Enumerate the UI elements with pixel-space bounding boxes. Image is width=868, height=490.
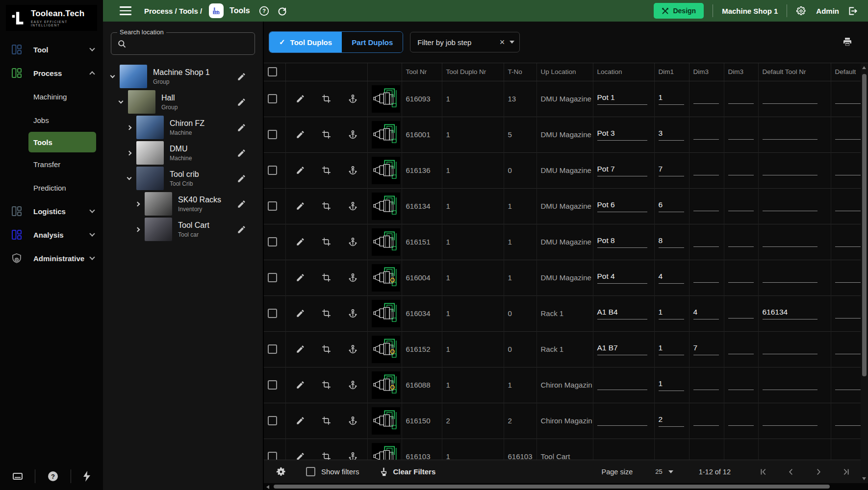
cell-default-tool-nr-input[interactable] — [763, 164, 817, 173]
edit-pencil-icon[interactable] — [296, 380, 305, 390]
row-checkbox[interactable] — [268, 201, 277, 211]
crop-icon[interactable] — [322, 201, 331, 211]
cell-dim3-input[interactable] — [693, 271, 719, 281]
keyboard-icon[interactable] — [12, 470, 24, 482]
tool-image[interactable] — [372, 300, 400, 327]
anchor-icon[interactable] — [348, 272, 357, 283]
edit-pencil-icon[interactable] — [296, 201, 305, 211]
row-checkbox[interactable] — [268, 237, 277, 246]
sidebar-item-jobs[interactable]: Jobs — [0, 108, 103, 132]
cell-dim3-input[interactable] — [728, 343, 754, 352]
app-logo[interactable]: Toolean.Tech EASY EFFICIENT INTELLIGENT — [6, 5, 97, 31]
crop-icon[interactable] — [322, 130, 331, 139]
crop-icon[interactable] — [322, 94, 331, 103]
edit-pencil-icon[interactable] — [296, 166, 305, 175]
breadcrumb[interactable]: Process / Tools / — [144, 7, 202, 15]
tab-tool-duplos[interactable]: ✓ Tool Duplos — [269, 32, 342, 52]
column-header-location[interactable]: Location — [593, 63, 654, 81]
tree-expand-right-icon[interactable] — [127, 151, 131, 155]
sidebar-item-tool[interactable]: Tool — [0, 38, 103, 61]
location-thumbnail[interactable] — [136, 141, 164, 165]
tab-part-duplos[interactable]: Part Duplos — [342, 32, 403, 52]
cell-default-tool-nr-input[interactable] — [763, 235, 817, 245]
cell-dim1-input[interactable]: 1 — [659, 379, 684, 389]
cell-default-tool-nr-input[interactable] — [763, 450, 817, 460]
tree-expand-right-icon[interactable] — [135, 202, 140, 206]
edit-pencil-icon[interactable] — [296, 309, 305, 318]
cell-dim1-input[interactable] — [659, 450, 684, 460]
cell-dim1-input[interactable]: 4 — [659, 272, 684, 282]
cell-dim3-input[interactable] — [693, 378, 719, 388]
anchor-icon[interactable] — [348, 94, 357, 104]
column-header-up-location[interactable]: Up Location — [536, 63, 593, 81]
tool-image[interactable] — [372, 336, 400, 363]
table-settings-gear-icon[interactable] — [276, 466, 286, 477]
help-circle-icon[interactable]: ? — [47, 470, 59, 482]
tool-image[interactable] — [372, 407, 400, 435]
edit-pencil-icon[interactable] — [296, 237, 305, 246]
job-step-filter-select[interactable]: Filter by job step × — [410, 32, 520, 52]
cell-dim3-input[interactable] — [728, 307, 754, 317]
cell-location-input[interactable] — [597, 450, 647, 460]
row-checkbox[interactable] — [268, 130, 277, 139]
cell-default-tool-nr-input[interactable] — [763, 92, 817, 102]
column-header-dim3[interactable]: Dim3 — [724, 63, 758, 81]
cell-default-tool-nr-input[interactable] — [763, 378, 817, 388]
cell-dim3-input[interactable] — [728, 235, 754, 245]
tree-expand-down-icon[interactable] — [127, 178, 131, 179]
edit-pencil-icon[interactable] — [237, 72, 246, 81]
horizontal-scrollbar[interactable] — [264, 483, 868, 490]
lightning-icon[interactable] — [82, 471, 91, 482]
row-checkbox[interactable] — [268, 380, 277, 390]
tree-node-tool-crib[interactable]: Tool crib Tool Crib — [103, 166, 263, 191]
sidebar-item-transfer[interactable]: Transfer — [0, 152, 103, 176]
sidebar-item-process[interactable]: Process — [0, 61, 103, 85]
cell-location-input[interactable]: Pot 8 — [597, 236, 647, 246]
cell-dim3-input[interactable]: 7 — [693, 343, 719, 353]
scroll-left-arrow-icon[interactable] — [266, 485, 269, 489]
tree-expand-down-icon[interactable] — [118, 101, 123, 103]
tree-expand-right-icon[interactable] — [127, 126, 131, 129]
row-checkbox[interactable] — [268, 416, 277, 425]
chevron-down-icon[interactable] — [510, 41, 514, 44]
vertical-scrollbar-thumb[interactable] — [862, 74, 867, 376]
tree-node-tool-cart[interactable]: Tool Cart Tool car — [103, 217, 263, 242]
tool-image[interactable] — [372, 121, 400, 148]
sidebar-item-machining[interactable]: Machining — [0, 85, 103, 108]
edit-pencil-icon[interactable] — [237, 174, 246, 183]
tree-node-chiron-fz[interactable]: Chiron FZ Machine — [103, 115, 263, 140]
cell-dim1-input[interactable]: 1 — [659, 343, 684, 353]
cell-dim3-input[interactable] — [728, 128, 754, 138]
cell-dim1-input[interactable]: 1 — [659, 93, 684, 103]
clear-filters-button[interactable]: Clear Filters — [379, 467, 436, 476]
cell-location-input[interactable]: A1 B7 — [597, 343, 647, 353]
tool-image[interactable] — [372, 264, 400, 292]
location-thumbnail[interactable] — [145, 192, 172, 216]
cell-default-tool-nr-input[interactable]: 616134 — [763, 308, 817, 318]
cell-dim1-input[interactable]: 3 — [659, 129, 684, 139]
tool-image[interactable] — [372, 443, 400, 460]
crop-icon[interactable] — [322, 166, 331, 175]
edit-pencil-icon[interactable] — [237, 98, 246, 107]
row-checkbox[interactable] — [268, 344, 277, 354]
crop-icon[interactable] — [322, 273, 331, 282]
show-filters-toggle[interactable]: Show filters — [306, 467, 359, 476]
next-page-icon[interactable] — [813, 466, 824, 477]
cell-dim1-input[interactable]: 2 — [659, 415, 684, 425]
crop-icon[interactable] — [322, 309, 331, 318]
column-header-tool-nr[interactable]: Tool Nr — [402, 63, 442, 81]
edit-pencil-icon[interactable] — [237, 123, 246, 132]
cell-default-tool-nr-input[interactable] — [763, 414, 817, 424]
cell-dim1-input[interactable]: 7 — [659, 165, 684, 174]
vertical-scrollbar[interactable] — [861, 63, 868, 483]
row-checkbox[interactable] — [268, 94, 277, 103]
page-size-select[interactable]: 25 — [655, 468, 673, 475]
cell-default-tool-nr-input[interactable] — [763, 343, 817, 352]
cell-dim1-input[interactable]: 6 — [659, 200, 684, 210]
cell-dim3-input[interactable] — [728, 164, 754, 173]
cell-location-input[interactable]: Pot 6 — [597, 200, 647, 210]
menu-icon[interactable] — [120, 6, 131, 15]
cell-dim3-input[interactable] — [693, 92, 719, 102]
anchor-icon[interactable] — [348, 308, 357, 318]
cell-dim3-input[interactable] — [728, 414, 754, 424]
